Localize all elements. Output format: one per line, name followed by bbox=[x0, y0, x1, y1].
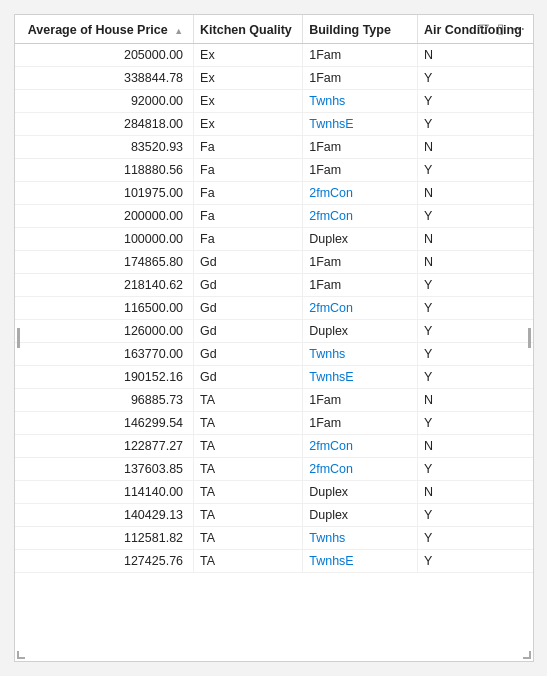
resize-handle-br[interactable] bbox=[523, 651, 531, 659]
table-row: 200000.00Fa2fmConY bbox=[15, 205, 533, 228]
cell-air-conditioning: Y bbox=[417, 274, 532, 297]
cell-avg-price: 146299.54 bbox=[15, 412, 194, 435]
cell-building-type[interactable]: 2fmCon bbox=[303, 297, 418, 320]
cell-air-conditioning: Y bbox=[417, 550, 532, 573]
cell-kitchen-quality: Ex bbox=[194, 113, 303, 136]
cell-building-type: 1Fam bbox=[303, 389, 418, 412]
cell-kitchen-quality: TA bbox=[194, 481, 303, 504]
resize-handle-right[interactable] bbox=[528, 328, 531, 348]
cell-air-conditioning: Y bbox=[417, 527, 532, 550]
cell-building-type[interactable]: Twnhs bbox=[303, 343, 418, 366]
cell-air-conditioning: Y bbox=[417, 366, 532, 389]
table-row: 114140.00TADuplexN bbox=[15, 481, 533, 504]
focus-mode-icon[interactable]: ▯ bbox=[497, 21, 504, 36]
cell-air-conditioning: Y bbox=[417, 320, 532, 343]
cell-building-type[interactable]: Twnhs bbox=[303, 527, 418, 550]
cell-building-type: 1Fam bbox=[303, 251, 418, 274]
cell-avg-price: 101975.00 bbox=[15, 182, 194, 205]
cell-avg-price: 137603.85 bbox=[15, 458, 194, 481]
cell-kitchen-quality: TA bbox=[194, 389, 303, 412]
cell-air-conditioning: N bbox=[417, 228, 532, 251]
cell-avg-price: 96885.73 bbox=[15, 389, 194, 412]
table-row: 174865.80Gd1FamN bbox=[15, 251, 533, 274]
cell-air-conditioning: N bbox=[417, 435, 532, 458]
cell-kitchen-quality: Gd bbox=[194, 274, 303, 297]
cell-avg-price: 114140.00 bbox=[15, 481, 194, 504]
cell-avg-price: 122877.27 bbox=[15, 435, 194, 458]
col-header-kitchen-quality[interactable]: Kitchen Quality bbox=[194, 15, 303, 44]
cell-kitchen-quality: Fa bbox=[194, 136, 303, 159]
cell-building-type[interactable]: TwnhsE bbox=[303, 550, 418, 573]
cell-air-conditioning: N bbox=[417, 136, 532, 159]
cell-air-conditioning: Y bbox=[417, 67, 532, 90]
table-row: 127425.76TATwnhsEY bbox=[15, 550, 533, 573]
data-table: Average of House Price ▲ Kitchen Quality… bbox=[15, 15, 533, 573]
table-row: 83520.93Fa1FamN bbox=[15, 136, 533, 159]
cell-building-type[interactable]: 2fmCon bbox=[303, 182, 418, 205]
cell-building-type: 1Fam bbox=[303, 274, 418, 297]
resize-handle-left[interactable] bbox=[17, 328, 20, 348]
table-card: ▽ ▯ ⋯ Average of House Price ▲ Kitchen Q… bbox=[14, 14, 534, 662]
table-row: 126000.00GdDuplexY bbox=[15, 320, 533, 343]
cell-air-conditioning: Y bbox=[417, 205, 532, 228]
cell-building-type[interactable]: 2fmCon bbox=[303, 458, 418, 481]
table-container: Average of House Price ▲ Kitchen Quality… bbox=[15, 15, 533, 661]
filter-icon[interactable]: ▽ bbox=[479, 21, 489, 36]
cell-air-conditioning: Y bbox=[417, 504, 532, 527]
cell-kitchen-quality: Fa bbox=[194, 205, 303, 228]
cell-building-type[interactable]: TwnhsE bbox=[303, 113, 418, 136]
cell-avg-price: 118880.56 bbox=[15, 159, 194, 182]
cell-air-conditioning: Y bbox=[417, 297, 532, 320]
table-row: 122877.27TA2fmConN bbox=[15, 435, 533, 458]
cell-building-type: 1Fam bbox=[303, 67, 418, 90]
cell-kitchen-quality: TA bbox=[194, 412, 303, 435]
table-row: 284818.00ExTwnhsEY bbox=[15, 113, 533, 136]
cell-kitchen-quality: TA bbox=[194, 504, 303, 527]
cell-building-type[interactable]: 2fmCon bbox=[303, 205, 418, 228]
cell-kitchen-quality: Fa bbox=[194, 182, 303, 205]
more-options-icon[interactable]: ⋯ bbox=[512, 21, 525, 36]
cell-avg-price: 205000.00 bbox=[15, 44, 194, 67]
cell-avg-price: 112581.82 bbox=[15, 527, 194, 550]
cell-air-conditioning: Y bbox=[417, 90, 532, 113]
table-row: 163770.00GdTwnhsY bbox=[15, 343, 533, 366]
cell-building-type[interactable]: Twnhs bbox=[303, 90, 418, 113]
col-header-avg-price[interactable]: Average of House Price ▲ bbox=[15, 15, 194, 44]
cell-building-type[interactable]: 2fmCon bbox=[303, 435, 418, 458]
cell-avg-price: 92000.00 bbox=[15, 90, 194, 113]
cell-avg-price: 284818.00 bbox=[15, 113, 194, 136]
cell-air-conditioning: Y bbox=[417, 343, 532, 366]
cell-air-conditioning: N bbox=[417, 481, 532, 504]
cell-building-type: 1Fam bbox=[303, 44, 418, 67]
cell-air-conditioning: N bbox=[417, 251, 532, 274]
toolbar: ▽ ▯ ⋯ bbox=[479, 21, 525, 36]
table-row: 101975.00Fa2fmConN bbox=[15, 182, 533, 205]
cell-air-conditioning: N bbox=[417, 182, 532, 205]
cell-kitchen-quality: Gd bbox=[194, 366, 303, 389]
cell-avg-price: 190152.16 bbox=[15, 366, 194, 389]
cell-avg-price: 174865.80 bbox=[15, 251, 194, 274]
table-row: 137603.85TA2fmConY bbox=[15, 458, 533, 481]
cell-kitchen-quality: TA bbox=[194, 527, 303, 550]
cell-building-type: Duplex bbox=[303, 228, 418, 251]
cell-kitchen-quality: Ex bbox=[194, 90, 303, 113]
cell-avg-price: 163770.00 bbox=[15, 343, 194, 366]
cell-avg-price: 338844.78 bbox=[15, 67, 194, 90]
table-row: 100000.00FaDuplexN bbox=[15, 228, 533, 251]
cell-air-conditioning: Y bbox=[417, 159, 532, 182]
sort-icon-avg-price: ▲ bbox=[174, 26, 183, 36]
cell-building-type: 1Fam bbox=[303, 136, 418, 159]
table-row: 116500.00Gd2fmConY bbox=[15, 297, 533, 320]
cell-kitchen-quality: Gd bbox=[194, 343, 303, 366]
cell-building-type: Duplex bbox=[303, 481, 418, 504]
cell-kitchen-quality: Gd bbox=[194, 297, 303, 320]
cell-avg-price: 218140.62 bbox=[15, 274, 194, 297]
resize-handle-bl[interactable] bbox=[17, 651, 25, 659]
cell-building-type[interactable]: TwnhsE bbox=[303, 366, 418, 389]
cell-avg-price: 127425.76 bbox=[15, 550, 194, 573]
cell-kitchen-quality: TA bbox=[194, 458, 303, 481]
cell-avg-price: 200000.00 bbox=[15, 205, 194, 228]
cell-kitchen-quality: Fa bbox=[194, 228, 303, 251]
col-header-building-type[interactable]: Building Type bbox=[303, 15, 418, 44]
cell-kitchen-quality: Gd bbox=[194, 251, 303, 274]
